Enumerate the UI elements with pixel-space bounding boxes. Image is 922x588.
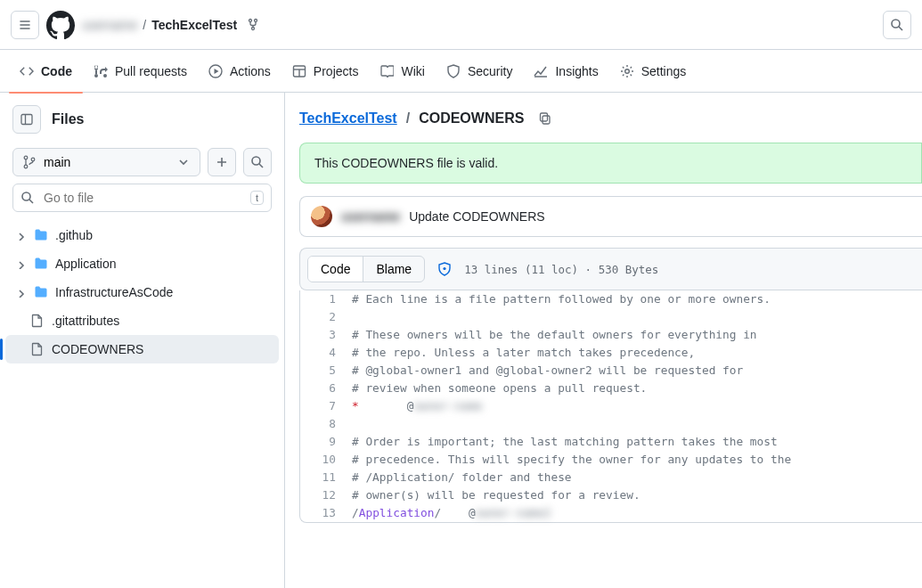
shield-icon [446, 64, 461, 78]
code-line[interactable]: 6# review when someone opens a pull requ… [300, 380, 922, 397]
branch-icon [22, 155, 37, 169]
chevron-right-icon [12, 287, 27, 298]
fork-icon [246, 18, 260, 32]
code-line[interactable]: 7* @owner-name [300, 397, 922, 415]
goto-file-field[interactable]: t [12, 184, 272, 212]
tab-wiki[interactable]: Wiki [371, 57, 433, 86]
tab-label: Projects [314, 64, 359, 78]
line-number: 2 [300, 308, 352, 326]
code-view[interactable]: 1# Each line is a file pattern followed … [299, 290, 922, 523]
search-tree-button[interactable] [243, 148, 272, 176]
folder-icon [34, 228, 48, 242]
tab-actions[interactable]: Actions [200, 57, 280, 86]
tab-projects[interactable]: Projects [283, 57, 368, 86]
tab-security[interactable]: Security [437, 57, 522, 86]
tab-insights[interactable]: Insights [525, 57, 607, 86]
blame-tab[interactable]: Blame [363, 257, 424, 282]
code-line[interactable]: 2 [300, 308, 922, 326]
branch-select-button[interactable]: main [12, 148, 200, 176]
line-number: 1 [300, 290, 352, 308]
code-line[interactable]: 3# These owners will be the default owne… [300, 326, 922, 344]
file-tree-sidebar: Files main t .githubApplicationInfrastru… [0, 93, 285, 588]
files-title: Files [52, 111, 84, 127]
code-line[interactable]: 4# the repo. Unless a later match takes … [300, 344, 922, 362]
collapse-tree-button[interactable] [12, 105, 41, 134]
code-line[interactable]: 5# @global-owner1 and @global-owner2 wil… [300, 362, 922, 380]
gear-icon [620, 64, 634, 78]
search-icon [890, 18, 904, 32]
breadcrumb-repo[interactable]: TechExcelTest [299, 110, 397, 127]
code-line[interactable]: 12# owner(s) will be requested for a rev… [300, 486, 922, 504]
chevron-right-icon [12, 230, 27, 241]
menu-button[interactable] [11, 11, 39, 39]
sidebar-icon [20, 112, 34, 127]
commit-message[interactable]: Update CODEOWNERS [409, 209, 544, 224]
goto-file-input[interactable] [42, 190, 243, 206]
github-logo[interactable] [46, 11, 75, 39]
global-search-button[interactable] [883, 11, 911, 39]
line-number: 4 [300, 344, 352, 362]
latest-commit-bar[interactable]: username Update CODEOWNERS [299, 196, 922, 237]
line-content: # These owners will be the default owner… [352, 326, 757, 344]
tree-item-label: .github [55, 228, 93, 242]
hamburger-icon [18, 18, 32, 32]
tree-file--gitattributes[interactable]: .gitattributes [5, 306, 279, 335]
code-line[interactable]: 13/Application/ @owner-name2 [300, 504, 922, 522]
line-number: 9 [300, 433, 352, 451]
line-number: 8 [300, 415, 352, 433]
book-icon [379, 64, 394, 78]
line-content: # Order is important; the last matching … [352, 433, 778, 451]
tab-label: Actions [230, 64, 271, 78]
file-icon [30, 342, 45, 356]
repo-tabs: CodePull requestsActionsProjectsWikiSecu… [0, 50, 922, 93]
code-tab[interactable]: Code [308, 257, 363, 282]
pr-icon [94, 64, 108, 78]
tab-label: Security [468, 64, 513, 78]
breadcrumb-current: CODEOWNERS [419, 110, 524, 127]
line-number: 5 [300, 362, 352, 380]
code-line[interactable]: 11# /Application/ folder and these [300, 469, 922, 486]
file-tree: .githubApplicationInfrastructureAsCode.g… [0, 212, 284, 372]
code-icon [20, 64, 34, 78]
repo-link[interactable]: TechExcelTest [151, 18, 237, 32]
owner-link[interactable]: username [82, 18, 137, 32]
code-line[interactable]: 8 [300, 415, 922, 433]
tab-code[interactable]: Code [11, 57, 81, 86]
code-line[interactable]: 1# Each line is a file pattern followed … [300, 290, 922, 308]
tab-label: Insights [555, 64, 598, 78]
line-content: # @global-owner1 and @global-owner2 will… [352, 362, 743, 380]
tab-label: Settings [641, 64, 687, 78]
tab-pull-requests[interactable]: Pull requests [85, 57, 196, 86]
commit-author[interactable]: username [341, 209, 400, 224]
breadcrumb-separator: / [143, 18, 146, 32]
tree-file-CODEOWNERS[interactable]: CODEOWNERS [5, 335, 279, 363]
code-line[interactable]: 10# precedence. This will specify the ow… [300, 451, 922, 469]
breadcrumb-separator: / [406, 110, 410, 127]
plus-icon [215, 155, 229, 169]
line-number: 11 [300, 469, 352, 486]
validation-banner: This CODEOWNERS file is valid. [299, 143, 922, 184]
line-content: /Application/ @owner-name2 [352, 504, 551, 522]
line-number: 13 [300, 504, 352, 522]
codeowners-valid-icon[interactable] [437, 262, 452, 276]
tree-folder-InfrastructureAsCode[interactable]: InfrastructureAsCode [5, 278, 279, 306]
line-content: # /Application/ folder and these [352, 469, 572, 486]
tree-folder--github[interactable]: .github [5, 221, 279, 249]
file-view-toolbar: Code Blame 13 lines (11 loc) · 530 Bytes [299, 248, 922, 290]
line-number: 3 [300, 326, 352, 344]
add-file-button[interactable] [208, 148, 236, 176]
tab-settings[interactable]: Settings [611, 57, 696, 86]
tab-label: Code [41, 64, 72, 78]
kbd-hint: t [250, 191, 264, 205]
copy-path-button[interactable] [538, 111, 552, 126]
line-number: 7 [300, 397, 352, 415]
code-line[interactable]: 9# Order is important; the last matching… [300, 433, 922, 451]
tree-folder-Application[interactable]: Application [5, 249, 279, 278]
graph-icon [534, 64, 548, 78]
line-content: # owner(s) will be requested for a revie… [352, 486, 641, 504]
tree-item-label: .gitattributes [52, 314, 119, 328]
tree-item-label: Application [55, 257, 117, 271]
line-content: # review when someone opens a pull reque… [352, 380, 647, 397]
search-icon [20, 191, 35, 205]
copy-icon [538, 111, 552, 126]
